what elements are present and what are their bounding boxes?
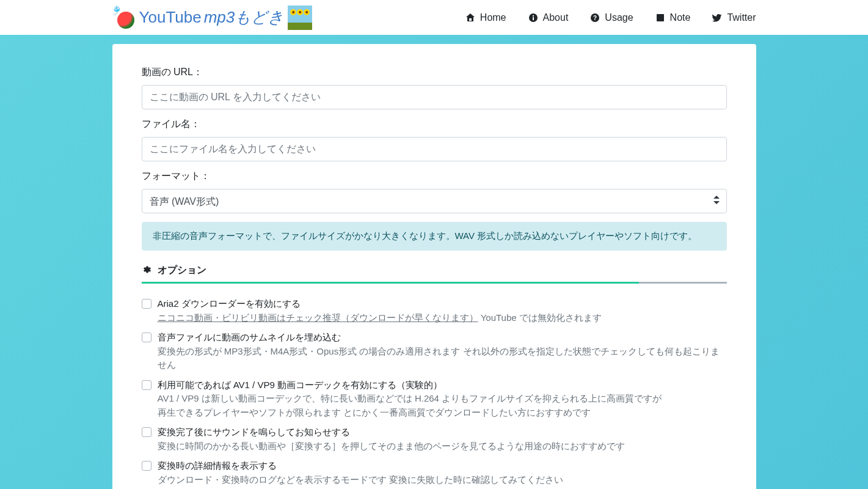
nav-label: Home	[480, 12, 506, 23]
nav-label: Note	[670, 12, 691, 23]
options-title: オプション	[158, 264, 206, 277]
option-sound: 変換完了後にサウンドを鳴らしてお知らせする 変換に時間のかかる長い動画や［変換す…	[142, 425, 727, 453]
checkbox-av1vp9[interactable]	[142, 380, 151, 390]
svg-text:?: ?	[593, 15, 597, 21]
gear-icon	[142, 265, 151, 277]
nav-label: About	[543, 12, 569, 23]
nav-usage[interactable]: ? Usage	[590, 12, 633, 23]
nav-home[interactable]: Home	[465, 12, 506, 23]
option-detail: 変換時の詳細情報を表示する ダウンロード・変換時のログなどを表示するモードです …	[142, 459, 727, 487]
url-input[interactable]	[142, 85, 727, 109]
option-desc: AV1 / VP9 は新しい動画コーデックで、特に長い動画などでは H.264 …	[158, 392, 727, 419]
checkbox-aria2[interactable]	[142, 299, 151, 309]
svg-rect-2	[533, 15, 534, 17]
logo[interactable]: 🎐 YouTube mp3もどき	[112, 6, 313, 30]
logo-wind-chime-icon: 🎐	[112, 6, 137, 30]
option-title: 変換完了後にサウンドを鳴らしてお知らせする	[158, 425, 727, 439]
checkbox-thumbnail[interactable]	[142, 333, 151, 342]
nav-links: Home About ? Usage Note	[465, 12, 756, 23]
logo-sunflower-icon	[288, 6, 312, 30]
option-title: Aria2 ダウンローダーを有効にする	[158, 297, 727, 311]
navbar: 🎐 YouTube mp3もどき Home	[0, 0, 868, 35]
logo-text-youtube: YouTube	[139, 8, 202, 27]
option-desc: ダウンロード・変換時のログなどを表示するモードです 変換に失敗した時に確認してみ…	[158, 473, 727, 487]
option-desc: 変換に時間のかかる長い動画や［変換する］を押してそのまま他のページを見てるような…	[158, 439, 727, 454]
format-info-box: 非圧縮の音声フォーマットで、ファイルサイズがかなり大きくなります。WAV 形式し…	[142, 222, 727, 251]
nav-about[interactable]: About	[528, 12, 569, 23]
option-aria2: Aria2 ダウンローダーを有効にする ニコニコ動画・ビリビリ動画はチェック推奨…	[142, 297, 727, 325]
options-header: オプション	[142, 264, 727, 277]
option-desc: 変換先の形式が MP3形式・M4A形式・Opus形式 の場合のみ適用されます そ…	[158, 345, 727, 372]
nav-label: Twitter	[727, 12, 756, 23]
option-av1vp9: 利用可能であれば AV1 / VP9 動画コーデックを有効にする（実験的） AV…	[142, 378, 727, 420]
options-divider	[142, 282, 727, 292]
filename-input[interactable]	[142, 137, 727, 161]
twitter-icon	[712, 13, 722, 23]
home-icon	[465, 13, 475, 23]
nav-note[interactable]: Note	[655, 12, 691, 23]
checkbox-sound[interactable]	[142, 427, 151, 437]
option-title: 利用可能であれば AV1 / VP9 動画コーデックを有効にする（実験的）	[158, 378, 727, 392]
note-icon	[655, 13, 665, 23]
main-card: 動画の URL： ファイル名： フォーマット： 音声 (WAV形式) 非圧縮の音…	[112, 44, 756, 489]
option-thumbnail: 音声ファイルに動画のサムネイルを埋め込む 変換先の形式が MP3形式・M4A形式…	[142, 331, 727, 372]
logo-text-mp3: mp3もどき	[204, 7, 285, 28]
info-icon	[528, 13, 538, 23]
checkbox-detail[interactable]	[142, 461, 151, 471]
svg-rect-5	[657, 14, 664, 21]
option-desc: ニコニコ動画・ビリビリ動画はチェック推奨（ダウンロードが早くなります） YouT…	[158, 311, 727, 325]
option-title: 変換時の詳細情報を表示する	[158, 459, 727, 473]
format-label: フォーマット：	[142, 170, 727, 183]
url-label: 動画の URL：	[142, 66, 727, 79]
nav-twitter[interactable]: Twitter	[712, 12, 756, 23]
option-title: 音声ファイルに動画のサムネイルを埋め込む	[158, 331, 727, 345]
svg-rect-1	[533, 17, 534, 20]
filename-label: ファイル名：	[142, 118, 727, 131]
question-icon: ?	[590, 13, 600, 23]
nav-label: Usage	[605, 12, 633, 23]
format-select[interactable]: 音声 (WAV形式)	[142, 189, 727, 213]
